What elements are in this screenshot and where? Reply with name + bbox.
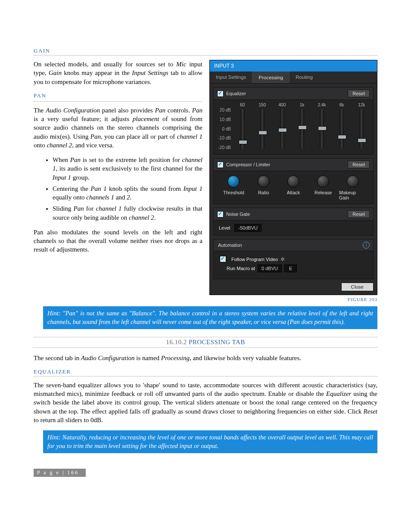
text: Sliding xyxy=(53,205,74,212)
text: On selected models, and usually for sour… xyxy=(34,61,176,68)
text: to return all sliders to 0dB. xyxy=(34,417,103,423)
hint-pan: Hint: "Pan" is not the same as "Balance"… xyxy=(43,306,377,329)
compressor-knob: Attack xyxy=(280,175,308,200)
knob-label: Threshold xyxy=(223,190,244,195)
eq-band: 12k xyxy=(353,103,371,150)
tab-input-settings[interactable]: Input Settings xyxy=(210,72,252,83)
list-item: Centering the Pan 1 knob splits the soun… xyxy=(53,184,202,202)
knob-release[interactable] xyxy=(317,175,329,187)
italic: Pan xyxy=(155,107,165,114)
noisegate-level-value[interactable]: -50dBVU xyxy=(234,224,262,232)
scale-label: -10 dB xyxy=(215,136,231,140)
eq-slider-thumb[interactable] xyxy=(358,138,366,143)
knob-makeup gain[interactable] xyxy=(347,175,359,187)
pan-paragraph-1: The Audio Configuration panel also provi… xyxy=(34,106,202,149)
equalizer-label: Equalizer xyxy=(226,91,348,96)
italic: Pan 1 xyxy=(90,185,106,192)
eq-band-hz: 12k xyxy=(358,103,365,108)
equalizer-panel: Equalizer Reset 20 dB 10 dB 0 dB -10 dB … xyxy=(213,87,374,155)
compressor-checkbox[interactable] xyxy=(217,162,224,168)
noisegate-level-label: Level xyxy=(219,225,230,230)
eq-band-hz: 150 xyxy=(258,103,266,108)
italic: Input 1 xyxy=(183,185,202,192)
eq-band: 1k xyxy=(293,103,311,150)
eq-slider[interactable] xyxy=(240,109,245,149)
text: Centering the xyxy=(53,185,90,192)
knob-label: Makeup Gain xyxy=(339,190,367,200)
text: onto xyxy=(34,142,47,149)
scale-label: 10 dB xyxy=(215,117,231,122)
italic: Reset xyxy=(364,408,377,415)
app-input3-panel: INPUT 3 Input Settings Processing Routin… xyxy=(209,60,377,295)
scale-label: 20 dB xyxy=(215,108,231,112)
section-number: 16.10.2 xyxy=(166,339,187,345)
gear-icon[interactable]: ✲ xyxy=(280,256,285,262)
text: , its audio is sent exclusively to the f… xyxy=(56,165,203,172)
compressor-knob: Threshold xyxy=(220,175,248,200)
text: for xyxy=(84,205,96,212)
knob-attack[interactable] xyxy=(287,175,299,187)
eq-slider-thumb[interactable] xyxy=(338,135,346,139)
run-macro-value[interactable]: 0 dBVU xyxy=(258,264,282,272)
info-icon[interactable]: i xyxy=(363,242,370,249)
follow-video-label: Follow Program Video xyxy=(231,257,278,262)
automation-label: Automation xyxy=(218,243,363,248)
italic: Gain xyxy=(49,69,62,76)
close-button[interactable]: Close xyxy=(341,283,374,291)
italic: Mic xyxy=(176,61,186,68)
noisegate-panel: Noise Gate Reset Level -50dBVU xyxy=(213,208,374,236)
tab-routing[interactable]: Routing xyxy=(290,72,319,83)
italic: channel 2 xyxy=(129,214,154,221)
text: knobs may appear in the xyxy=(62,69,132,76)
eq-slider[interactable] xyxy=(300,109,304,149)
eq-slider-thumb[interactable] xyxy=(239,140,247,144)
eq-band: 400 xyxy=(273,103,291,150)
equalizer-reset-button[interactable]: Reset xyxy=(348,90,370,97)
eq-slider[interactable] xyxy=(339,109,344,149)
eq-band-hz: 400 xyxy=(279,103,286,108)
eq-slider-thumb[interactable] xyxy=(258,131,267,135)
run-macro-suffix[interactable]: E xyxy=(284,264,297,272)
tab-processing[interactable]: Processing xyxy=(252,72,290,83)
follow-video-checkbox[interactable] xyxy=(220,256,226,262)
compressor-reset-button[interactable]: Reset xyxy=(348,161,370,168)
heading-equalizer: EQUALIZER xyxy=(34,368,377,376)
eq-slider[interactable] xyxy=(320,109,324,149)
eq-slider-thumb[interactable] xyxy=(278,128,287,132)
italic: Input 1 xyxy=(53,174,71,181)
section-title: PROCESSING TAB xyxy=(189,339,245,345)
eq-slider[interactable] xyxy=(260,109,265,149)
figure-caption: FIGURE 203 xyxy=(209,297,377,302)
knob-ratio[interactable] xyxy=(258,175,270,187)
compressor-knob: Makeup Gain xyxy=(339,175,367,200)
heading-pan: PAN xyxy=(34,92,202,100)
italic: placement xyxy=(133,115,159,122)
gain-paragraph: On selected models, and usually for sour… xyxy=(34,60,202,86)
text: knob splits the sound from xyxy=(107,185,184,192)
text: The second tab in xyxy=(34,355,81,361)
noisegate-reset-button[interactable]: Reset xyxy=(348,210,370,218)
text: group. xyxy=(71,174,90,181)
eq-slider[interactable] xyxy=(359,109,364,149)
compressor-knobs: ThresholdRatioAttackReleaseMakeup Gain xyxy=(214,171,373,204)
tab-bar: Input Settings Processing Routing xyxy=(210,72,377,84)
processing-paragraph: The second tab in Audio Configuration is… xyxy=(34,354,377,362)
scale-label: 0 dB xyxy=(215,127,231,131)
equalizer-checkbox[interactable] xyxy=(217,90,224,97)
noisegate-checkbox[interactable] xyxy=(217,211,224,218)
italic: channels 1 xyxy=(86,194,114,201)
eq-slider-thumb[interactable] xyxy=(298,125,307,130)
processing-tab-heading: 16.10.2 PROCESSING TAB xyxy=(34,337,377,348)
knob-label: Release xyxy=(314,190,332,195)
eq-slider[interactable] xyxy=(280,109,284,149)
page-footer: P a g e | 166 xyxy=(34,469,86,477)
text: is set to the extreme left position for xyxy=(81,156,182,163)
eq-slider-thumb[interactable] xyxy=(318,126,327,131)
italic: Pan xyxy=(70,156,81,163)
eq-band-hz: 6k xyxy=(339,103,344,108)
italic: Input Settings xyxy=(132,69,168,76)
noisegate-label: Noise Gate xyxy=(226,212,348,217)
knob-threshold[interactable] xyxy=(227,175,240,187)
italic: Audio Configuration xyxy=(81,355,135,361)
scale-label: -20 dB xyxy=(215,145,231,150)
